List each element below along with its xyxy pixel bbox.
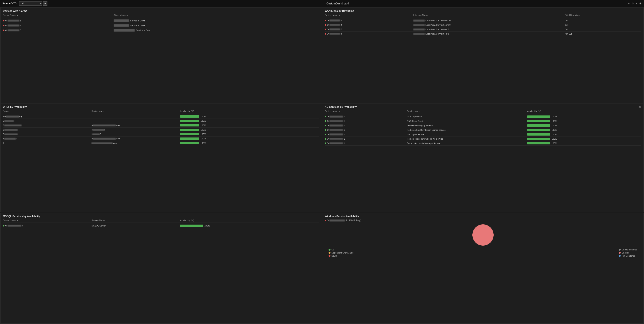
- url-name-cell: 7: [3, 142, 92, 144]
- table-row: O1 Intersite Messaging Service 100%: [325, 123, 641, 128]
- table-row: O1 Security Accounts Manager Service 100…: [325, 141, 641, 145]
- device-name-cell: O1: [325, 124, 407, 127]
- url-avail-cell: 100%: [180, 120, 319, 122]
- sort-icon-device[interactable]: ▲: [16, 14, 18, 16]
- wan-links-panel: WAN Links by Downtime Device Name ▲ Inte…: [322, 7, 644, 103]
- interface-cell: Local Area Connection* 10: [413, 19, 565, 22]
- status-dot: [325, 33, 326, 35]
- col-total-downtime: Total Downtime: [565, 14, 641, 16]
- legend-item-dependent-unavailable: Dependent Unavailable: [328, 252, 354, 254]
- table-row: O 3 Service is Down: [3, 28, 319, 33]
- interface-cell: Local Area Connection* 5: [413, 28, 565, 31]
- add-button[interactable]: +: [636, 2, 637, 5]
- url-avail-cell: 100%: [180, 133, 319, 135]
- url-name-cell: S: [3, 120, 92, 122]
- sort-icon-device[interactable]: ▲: [16, 220, 18, 222]
- col-alarm-message: Alarm Message: [114, 14, 319, 16]
- status-dot: [325, 125, 326, 126]
- legend-dot-up: [328, 249, 330, 251]
- device-name-cell: O4: [3, 225, 92, 227]
- table-row: O1 DFS Replication 100%: [325, 114, 641, 119]
- url-name-cell: Sc: [3, 124, 92, 126]
- avail-cell: 100%: [180, 225, 319, 227]
- minimize-button[interactable]: −: [628, 2, 630, 5]
- device-name-cell: O1: [325, 142, 407, 144]
- interface-cell: Local Area Connection* 10: [413, 24, 565, 26]
- alarm-cell: Service is Down: [114, 19, 319, 22]
- url-device-cell: .com: [92, 142, 180, 144]
- devices-alarms-panel: Devices with Alarms Device Name ▲ Alarm …: [0, 7, 322, 103]
- device-name-cell: O 4: [325, 24, 413, 26]
- table-row: O1 Remote Procedure Call (RPC) Service 1…: [325, 137, 641, 141]
- legend-dot-down: [328, 255, 330, 257]
- avail-cell: 100%: [527, 115, 641, 118]
- alarm-cell: Service is Down: [114, 29, 319, 32]
- downtime-cell: 4m 56s: [565, 33, 641, 35]
- legend-item-up: Up: [328, 248, 354, 251]
- dashboard-grid: Devices with Alarms Device Name ▲ Alarm …: [0, 7, 644, 324]
- top-navigation: SampeCCTV All ▶ CustomDashboard − ↻ + ☀: [0, 0, 644, 7]
- devices-alarms-title: Devices with Alarms: [3, 10, 319, 12]
- table-row: O 5 Local Area Connection* 5 1d: [325, 27, 641, 32]
- windows-service-panel: Windows Service Availability O 2 (SNMP T…: [322, 213, 644, 323]
- avail-cell: 100%: [527, 142, 641, 144]
- pie-circle: [472, 224, 494, 246]
- service-name-cell: Intersite Messaging Service: [407, 124, 527, 127]
- table-row: O4 MSSQL Server 100%: [3, 224, 319, 228]
- table-row: O 4 Local Area Connection* 5 4m 56s: [325, 32, 641, 36]
- col-device-name: Device Name ▲: [325, 14, 413, 16]
- theme-button[interactable]: ☀: [639, 2, 642, 5]
- refresh-button[interactable]: ↻: [632, 2, 634, 5]
- windows-service-title: Windows Service Availability: [325, 215, 641, 218]
- status-dot: [325, 20, 326, 21]
- url-device-cell: o.com: [92, 124, 180, 126]
- table-row: O 5 Local Area Connection* 10 1d: [325, 18, 641, 23]
- table-row: O1 Kerberos Key Distribution Center Serv…: [325, 128, 641, 132]
- url-device-cell: f0: [92, 133, 180, 135]
- url-name-cell: Mang: [3, 115, 92, 118]
- ad-services-title: AD Services by Availability ↻: [325, 105, 641, 108]
- interface-cell: Local Area Connection* 5: [413, 33, 565, 35]
- filter-select[interactable]: All: [19, 1, 42, 6]
- status-dot: [325, 138, 326, 140]
- service-name-cell: Security Accounts Manager Service: [407, 142, 527, 144]
- nav-icon-group: − ↻ + ☀: [628, 2, 642, 5]
- blurred-device-bar: [330, 20, 340, 22]
- nav-forward-button[interactable]: ▶: [43, 1, 48, 6]
- status-dot: [325, 220, 326, 221]
- service-name-cell: MSSQL Server: [92, 225, 180, 227]
- col-service-name: Service Name: [92, 219, 180, 222]
- device-name-cell: O1: [325, 133, 407, 135]
- brand-label: SampeCCTV: [2, 2, 17, 5]
- alarm-bar: [114, 29, 135, 32]
- legend-left: Up Dependent Unavailable Down: [328, 248, 354, 257]
- device-name-cell: O 3: [3, 20, 114, 22]
- legend-dot-maintenance: [619, 249, 621, 251]
- status-dot: [3, 225, 4, 227]
- mssql-services-panel: MSSQL Services by Availability Device Na…: [0, 213, 322, 323]
- sort-icon-device[interactable]: ▲: [338, 14, 340, 16]
- table-row: Sc o.com 100%: [3, 123, 319, 128]
- sort-icon-device[interactable]: ▲: [338, 110, 340, 112]
- col-name: Name: [3, 110, 92, 112]
- table-row: O 3 Service is Down: [3, 18, 319, 23]
- table-row: S 100%: [3, 119, 319, 123]
- status-dot: [325, 129, 326, 131]
- urls-availability-panel: URLs by Availability Name Device Name Av…: [0, 103, 322, 212]
- blurred-device-bar: [8, 20, 19, 22]
- col-availability: Availability (%): [180, 219, 319, 222]
- device-name-cell: O 3: [3, 29, 114, 32]
- mssql-services-title: MSSQL Services by Availability: [3, 215, 319, 218]
- col-service-name: Service Name: [407, 110, 527, 112]
- avail-cell: 100%: [527, 124, 641, 127]
- blurred-device-bar: [330, 28, 340, 30]
- url-device-cell: o.com: [92, 137, 180, 140]
- status-dot: [325, 134, 326, 135]
- legend-dot-not-monitored: [619, 255, 621, 257]
- status-dot: [3, 30, 4, 31]
- service-name-cell: Net Logon Service: [407, 133, 527, 135]
- refresh-panel-icon[interactable]: ↻: [639, 105, 641, 108]
- status-dot: [325, 24, 326, 26]
- service-name-cell: Remote Procedure Call (RPC) Service: [407, 138, 527, 140]
- avail-cell: 100%: [527, 138, 641, 140]
